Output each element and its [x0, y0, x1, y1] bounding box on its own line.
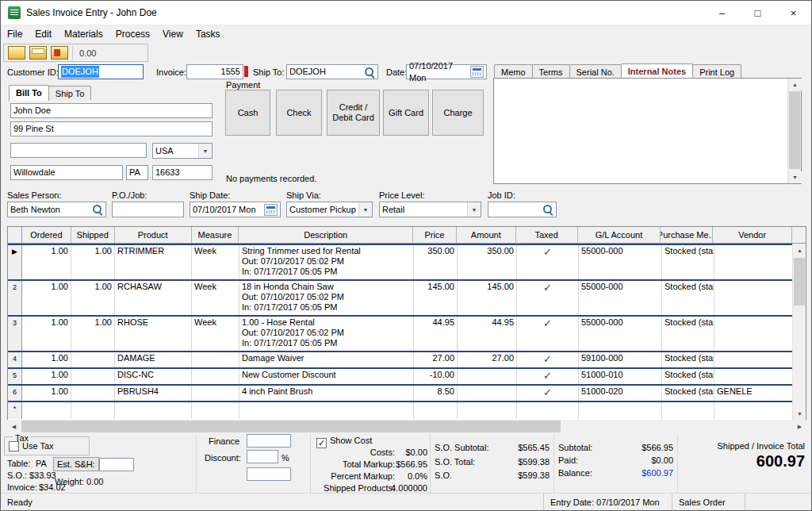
ship-date-calendar-icon[interactable]: [264, 204, 278, 216]
state-field[interactable]: PA: [126, 165, 148, 180]
price-level-select[interactable]: Retail ▼: [379, 202, 481, 217]
tab-memo[interactable]: Memo: [494, 64, 533, 79]
cell-description[interactable]: Damage Waiver: [239, 352, 414, 367]
cell-taxed-check-icon[interactable]: ✓: [517, 369, 579, 384]
grid-horizontal-scrollbar[interactable]: ◀ ▶: [7, 420, 806, 433]
notes-scrollbar[interactable]: ▲ ▼: [787, 79, 801, 183]
use-tax-checkbox[interactable]: [9, 441, 19, 451]
cell-price[interactable]: -10.00: [414, 369, 458, 384]
notes-scroll-thumb[interactable]: [789, 91, 800, 169]
cell-product[interactable]: [115, 402, 192, 419]
cell-purchase-method[interactable]: Stocked (standar: [662, 317, 714, 351]
grid-vertical-scrollbar[interactable]: ▲ ▼: [792, 244, 806, 421]
cell-vendor[interactable]: [714, 317, 792, 351]
tab-terms[interactable]: Terms: [532, 64, 570, 79]
cell-taxed-check-icon[interactable]: ✓: [517, 281, 579, 315]
cell-shipped[interactable]: 1.00: [71, 281, 115, 315]
cash-button[interactable]: Cash: [225, 90, 270, 136]
cell-measure[interactable]: [192, 369, 239, 384]
cell-purchase-method[interactable]: Stocked (standar: [662, 245, 714, 279]
cell-price[interactable]: 350.00: [414, 245, 458, 279]
cell-gl-account[interactable]: 59100-000: [579, 352, 662, 367]
invoice-input[interactable]: 1555: [186, 64, 243, 79]
country-select[interactable]: USA ▼: [152, 143, 213, 159]
cell-price[interactable]: [414, 402, 458, 419]
zip-field[interactable]: 16633: [152, 165, 213, 180]
cell-shipped[interactable]: [71, 352, 115, 367]
cell-gl-account[interactable]: 51000-020: [579, 386, 662, 401]
cell-description[interactable]: 4 inch Paint Brush: [239, 386, 414, 401]
col-taxed[interactable]: Taxed: [516, 227, 578, 243]
cell-product[interactable]: DAMAGE: [115, 352, 192, 367]
cell-shipped[interactable]: 1.00: [71, 317, 115, 351]
row-selector[interactable]: 6: [8, 386, 22, 401]
tab-bill-to[interactable]: Bill To: [9, 85, 49, 101]
col-ordered[interactable]: Ordered: [22, 227, 71, 243]
col-measure[interactable]: Measure: [192, 227, 239, 243]
table-row[interactable]: 2 1.00 1.00 RCHASAW Week 18 in Honda Cha…: [8, 281, 792, 317]
table-row[interactable]: 6 1.00 PBRUSH4 4 inch Paint Brush 8.50 ✓…: [8, 386, 792, 402]
cell-purchase-method[interactable]: Stocked (standar: [662, 281, 714, 315]
est-sh-button[interactable]: Est. S&H:: [53, 457, 99, 471]
charge-button[interactable]: Charge: [432, 90, 484, 136]
job-id-lookup-icon[interactable]: [542, 204, 553, 215]
cell-measure[interactable]: [192, 386, 239, 401]
cell-taxed-check-icon[interactable]: ✓: [517, 352, 579, 367]
maximize-button[interactable]: □: [740, 1, 776, 25]
menu-edit[interactable]: Edit: [29, 26, 58, 42]
show-cost-checkbox[interactable]: ✓: [316, 438, 327, 448]
cell-ordered[interactable]: 1.00: [22, 245, 71, 279]
cell-price[interactable]: 8.50: [414, 386, 458, 401]
cell-ordered[interactable]: 1.00: [22, 317, 71, 351]
finance-input[interactable]: [247, 434, 291, 448]
tab-ship-to[interactable]: Ship To: [48, 86, 92, 100]
col-purchase-method[interactable]: Purchase Me...: [661, 227, 713, 243]
cell-measure[interactable]: Week: [192, 317, 239, 351]
col-product[interactable]: Product: [115, 227, 192, 243]
cell-shipped[interactable]: [71, 386, 115, 401]
cell-ordered[interactable]: 1.00: [22, 369, 71, 384]
cell-amount[interactable]: [458, 386, 517, 401]
cell-vendor[interactable]: [714, 281, 792, 315]
menu-process[interactable]: Process: [109, 26, 156, 42]
cell-amount[interactable]: 27.00: [458, 352, 517, 367]
scroll-down-icon[interactable]: ▼: [788, 171, 802, 183]
po-job-input[interactable]: [112, 202, 184, 217]
cell-ordered[interactable]: 1.00: [22, 352, 71, 367]
menu-materials[interactable]: Materials: [58, 26, 109, 42]
address2-field[interactable]: [10, 143, 147, 158]
close-button[interactable]: ×: [776, 1, 811, 25]
ship-via-select[interactable]: Customer Pickup ▼: [286, 202, 373, 217]
chevron-down-icon[interactable]: ▼: [358, 202, 372, 217]
address1-field[interactable]: 99 Pine St: [10, 121, 213, 136]
cell-ordered[interactable]: 1.00: [22, 386, 71, 401]
chevron-down-icon[interactable]: ▼: [198, 144, 212, 158]
cell-description[interactable]: New Customer Discount: [239, 369, 414, 384]
cell-amount[interactable]: 44.95: [458, 317, 517, 351]
row-selector[interactable]: ▶: [8, 245, 22, 279]
cell-description[interactable]: 1.00 - Hose Rental Out: 07/10/2017 05:02…: [239, 317, 414, 351]
cell-description[interactable]: 18 in Honda Chain Saw Out: 07/10/2017 05…: [239, 281, 414, 315]
cell-gl-account[interactable]: 55000-000: [579, 281, 662, 315]
cell-measure[interactable]: Week: [192, 281, 239, 315]
tab-internal-notes[interactable]: Internal Notes: [621, 63, 693, 79]
cell-ordered[interactable]: [22, 402, 71, 419]
date-input[interactable]: 07/10/2017 Mon: [406, 64, 487, 79]
row-selector[interactable]: 3: [8, 317, 22, 351]
cell-gl-account[interactable]: 51000-010: [579, 369, 662, 384]
col-vendor[interactable]: Vendor: [713, 227, 792, 243]
col-description[interactable]: Description: [239, 227, 413, 243]
cell-price[interactable]: 44.95: [414, 317, 458, 351]
ship-to-lookup-icon[interactable]: [364, 67, 375, 78]
sales-person-input[interactable]: Beth Newton: [7, 202, 106, 217]
date-calendar-icon[interactable]: [470, 66, 484, 78]
cell-measure[interactable]: [192, 402, 239, 419]
cell-vendor[interactable]: [714, 245, 792, 279]
discount-input[interactable]: [247, 450, 278, 463]
cell-product[interactable]: RTRIMMER: [115, 245, 192, 279]
cell-product[interactable]: PBRUSH4: [115, 386, 192, 401]
ship-date-input[interactable]: 07/10/2017 Mon: [190, 202, 281, 217]
ship-to-input[interactable]: DOEJOH: [286, 64, 378, 79]
cell-vendor[interactable]: GENELE: [714, 386, 792, 401]
minimize-button[interactable]: –: [704, 1, 740, 25]
